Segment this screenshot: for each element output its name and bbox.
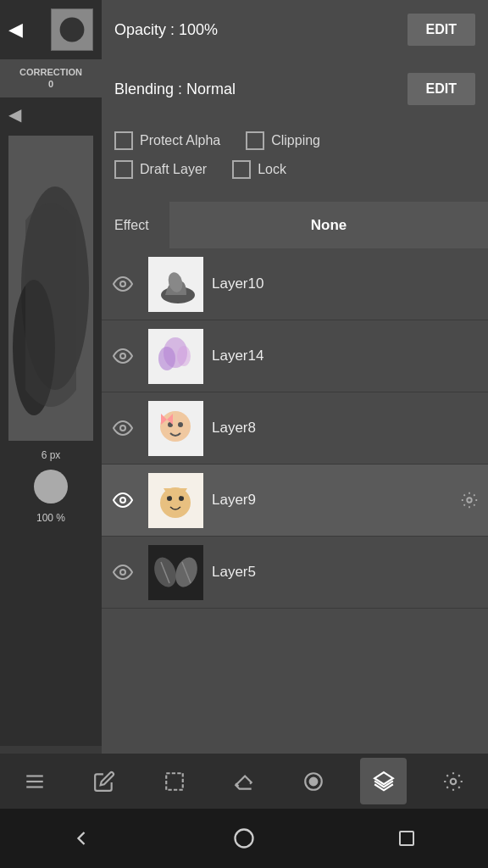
svg-point-19 bbox=[120, 498, 125, 503]
svg-point-24 bbox=[467, 498, 472, 503]
svg-rect-42 bbox=[166, 773, 183, 790]
layer-visibility-toggle[interactable] bbox=[106, 274, 140, 294]
left-sidebar: ◀ CORRECTION 0 ◀ 6 px 100 % bbox=[0, 0, 102, 746]
nav-edit[interactable] bbox=[81, 758, 128, 804]
checkboxes-area: Protect Alpha Clipping Draft Layer Lock bbox=[102, 119, 488, 202]
effect-row: Effect None bbox=[102, 202, 488, 248]
svg-point-21 bbox=[160, 487, 191, 518]
lock-checkbox[interactable]: Lock bbox=[232, 160, 286, 179]
correction-label: CORRECTION bbox=[3, 66, 98, 78]
nav-settings[interactable] bbox=[430, 758, 476, 804]
blending-label: Blending : Normal bbox=[114, 81, 236, 98]
layer-name: Layer14 bbox=[212, 348, 484, 364]
top-bar-left: ◀ bbox=[0, 0, 102, 59]
brush-info: 6 px bbox=[30, 445, 72, 508]
layer-visibility-toggle[interactable] bbox=[106, 346, 140, 366]
system-home-button[interactable] bbox=[223, 817, 265, 860]
effect-label: Effect bbox=[102, 218, 169, 233]
svg-point-5 bbox=[120, 281, 125, 287]
layer-visibility-toggle[interactable] bbox=[106, 562, 140, 582]
svg-point-14 bbox=[120, 426, 125, 431]
opacity-edit-button[interactable]: EDIT bbox=[408, 14, 475, 46]
layers-list: Layer10 Layer14 bbox=[102, 248, 488, 813]
correction-box: CORRECTION 0 bbox=[0, 59, 102, 97]
svg-point-44 bbox=[310, 777, 318, 785]
layer-row[interactable]: Layer8 bbox=[102, 392, 488, 465]
protect-alpha-label: Protect Alpha bbox=[140, 133, 220, 148]
canvas-preview bbox=[8, 136, 93, 441]
layer-thumbnail bbox=[148, 401, 203, 456]
system-recent-button[interactable] bbox=[385, 817, 428, 860]
clipping-checkbox[interactable]: Clipping bbox=[246, 131, 320, 150]
protect-alpha-checkbox[interactable]: Protect Alpha bbox=[114, 131, 220, 150]
clipping-box[interactable] bbox=[246, 131, 264, 150]
lock-box[interactable] bbox=[232, 160, 251, 179]
nav-layers[interactable] bbox=[360, 758, 407, 804]
opacity-row: Opacity : 100% EDIT bbox=[102, 0, 488, 59]
layer-row[interactable]: Layer5 bbox=[102, 537, 488, 609]
clipping-label: Clipping bbox=[271, 133, 320, 148]
system-back-button[interactable] bbox=[60, 817, 103, 860]
svg-point-23 bbox=[179, 496, 184, 501]
checkbox-row-1: Protect Alpha Clipping bbox=[114, 131, 475, 150]
svg-point-16 bbox=[160, 411, 191, 442]
layer-thumbnail bbox=[148, 473, 203, 528]
blending-edit-button[interactable]: EDIT bbox=[408, 73, 475, 105]
svg-point-25 bbox=[120, 570, 125, 575]
brush-dot bbox=[34, 470, 68, 504]
blending-row: Blending : Normal EDIT bbox=[102, 59, 488, 119]
nav-menu[interactable] bbox=[12, 758, 58, 804]
zoom-label: 100 % bbox=[36, 512, 65, 524]
system-nav bbox=[0, 809, 488, 868]
layer-row[interactable]: Layer10 bbox=[102, 248, 488, 320]
layer-visibility-toggle[interactable] bbox=[106, 490, 140, 510]
draft-layer-label: Draft Layer bbox=[140, 162, 207, 177]
draft-layer-box[interactable] bbox=[114, 160, 133, 179]
svg-point-47 bbox=[236, 830, 253, 848]
layer-row[interactable]: Layer14 bbox=[102, 320, 488, 392]
nav-bar bbox=[0, 754, 488, 809]
main-panel: Opacity : 100% EDIT Blending : Normal ED… bbox=[102, 0, 488, 868]
layer-name: Layer5 bbox=[212, 564, 484, 581]
svg-point-22 bbox=[167, 496, 172, 501]
layer-name: Layer9 bbox=[212, 492, 454, 509]
layer-name: Layer8 bbox=[212, 420, 484, 437]
layer-row-active[interactable]: Layer9 bbox=[102, 465, 488, 537]
svg-point-13 bbox=[177, 346, 191, 366]
layer-thumbnail bbox=[148, 545, 203, 600]
svg-point-18 bbox=[178, 422, 183, 427]
svg-point-9 bbox=[120, 353, 125, 359]
layer-settings-icon[interactable] bbox=[454, 491, 484, 509]
layer-thumbnail bbox=[148, 329, 203, 384]
canvas-thumbnail bbox=[51, 8, 93, 51]
svg-rect-48 bbox=[400, 832, 413, 845]
layer-thumbnail bbox=[148, 257, 203, 312]
left-arrow-icon[interactable]: ◀ bbox=[8, 104, 21, 125]
checkbox-row-2: Draft Layer Lock bbox=[114, 160, 475, 179]
svg-point-12 bbox=[158, 347, 175, 370]
svg-point-1 bbox=[60, 18, 85, 42]
left-arrow-area[interactable]: ◀ bbox=[0, 97, 102, 131]
lock-label: Lock bbox=[258, 162, 286, 177]
back-button[interactable]: ◀ bbox=[8, 19, 23, 41]
brush-size-label: 6 px bbox=[42, 449, 61, 461]
draft-layer-checkbox[interactable]: Draft Layer bbox=[114, 160, 207, 179]
nav-select[interactable] bbox=[151, 758, 197, 804]
opacity-label: Opacity : 100% bbox=[114, 21, 218, 39]
protect-alpha-box[interactable] bbox=[114, 131, 133, 150]
nav-fill[interactable] bbox=[291, 758, 337, 804]
nav-erase[interactable] bbox=[220, 758, 267, 804]
svg-point-46 bbox=[451, 778, 457, 784]
layer-name: Layer10 bbox=[212, 275, 484, 292]
layer-visibility-toggle[interactable] bbox=[106, 418, 140, 438]
effect-value[interactable]: None bbox=[169, 202, 488, 248]
correction-sub: 0 bbox=[3, 78, 98, 90]
